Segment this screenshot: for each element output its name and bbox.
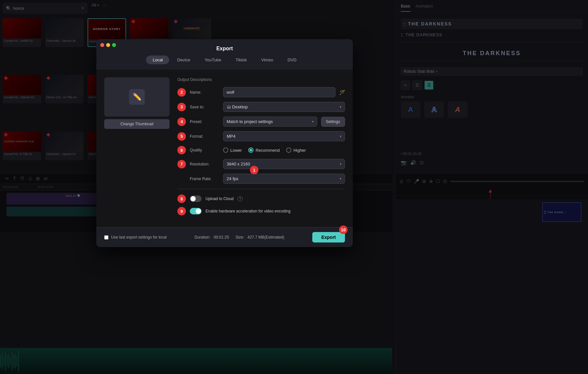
tab-tiktok[interactable]: Tiktok bbox=[229, 55, 253, 64]
upload-cloud-toggle[interactable] bbox=[190, 195, 202, 202]
resolution-dropdown[interactable]: 3840 x 2160 ▾ bbox=[223, 159, 345, 169]
quality-recommend-label: Recommend bbox=[255, 148, 280, 153]
output-section: Output Descriptions 2 Name: 🪄 3 Save to:… bbox=[177, 77, 345, 219]
format-label: Format: bbox=[190, 134, 219, 139]
preset-row: 4 Preset: Match to project settings ▾ Se… bbox=[177, 117, 345, 127]
pencil-icon: ✏️ bbox=[133, 93, 141, 101]
section-title: Output Descriptions bbox=[177, 77, 345, 82]
step-3-badge: 3 bbox=[177, 103, 186, 111]
step-badge-wrapper: 1 bbox=[250, 166, 258, 174]
export-btn-wrapper: 10 Export bbox=[312, 232, 345, 242]
framerate-row: Frame Rate: 24 fps ▾ bbox=[177, 174, 345, 184]
resolution-label: Resolution: bbox=[190, 162, 219, 166]
window-controls bbox=[100, 43, 116, 47]
upload-cloud-row: 8 Upload to Cloud ? bbox=[177, 195, 345, 203]
step-10-badge: 10 bbox=[339, 226, 348, 234]
name-input[interactable] bbox=[223, 87, 335, 97]
export-tabs: Local Device YouTube Tiktok Vimeo DVD bbox=[96, 55, 353, 70]
quality-row: 6 Quality Lower Recommend Higher bbox=[177, 146, 345, 154]
quality-recommend-option[interactable]: Recommend bbox=[248, 148, 280, 153]
help-icon[interactable]: ? bbox=[237, 196, 243, 201]
export-button[interactable]: Export bbox=[312, 232, 345, 242]
size-label: Size: bbox=[236, 235, 244, 240]
step-1-badge: 1 bbox=[250, 166, 258, 174]
modal-body: ✏️ Change Thumbnail 1 Output Description… bbox=[96, 70, 353, 227]
preset-label: Preset: bbox=[190, 119, 219, 124]
save-to-label: Save to: bbox=[190, 105, 219, 109]
resolution-row: 7 Resolution: 3840 x 2160 ▾ bbox=[177, 159, 345, 169]
tab-vimeo[interactable]: Vimeo bbox=[255, 55, 280, 64]
radio-lower bbox=[223, 148, 228, 153]
duration-display: Duration: 00:01:25 bbox=[194, 235, 229, 240]
quality-higher-label: Higher bbox=[293, 148, 306, 153]
quality-higher-option[interactable]: Higher bbox=[286, 148, 306, 153]
save-to-dropdown[interactable]: 🗂 Desktop ▾ bbox=[223, 102, 345, 112]
divider bbox=[177, 189, 345, 189]
thumbnail-box: ✏️ bbox=[104, 77, 170, 117]
name-row: 2 Name: 🪄 bbox=[177, 87, 345, 97]
quality-radio-group: Lower Recommend Higher bbox=[223, 148, 306, 153]
format-dropdown[interactable]: MP4 ▾ bbox=[223, 131, 345, 141]
tab-device[interactable]: Device bbox=[171, 55, 197, 64]
step-8-badge: 8 bbox=[177, 195, 186, 203]
thumbnail-area: ✏️ Change Thumbnail 1 bbox=[104, 77, 170, 219]
name-label: Name: bbox=[190, 90, 219, 95]
framerate-dropdown[interactable]: 24 fps ▾ bbox=[223, 174, 345, 184]
maximize-window-btn[interactable] bbox=[112, 43, 116, 47]
modal-footer: Use last export settings for local Durat… bbox=[96, 227, 353, 247]
radio-recommend bbox=[248, 148, 253, 153]
framerate-label: Frame Rate: bbox=[190, 177, 219, 181]
toggle-knob bbox=[190, 196, 196, 201]
settings-button[interactable]: Settings bbox=[321, 117, 345, 127]
radio-higher bbox=[286, 148, 291, 153]
close-window-btn[interactable] bbox=[100, 43, 104, 47]
chevron-down-icon: ▾ bbox=[340, 134, 341, 138]
step-6-badge: 6 bbox=[177, 146, 186, 154]
tab-youtube[interactable]: YouTube bbox=[198, 55, 228, 64]
chevron-down-icon: ▾ bbox=[312, 120, 314, 123]
step-9-badge: 9 bbox=[177, 207, 186, 215]
tab-dvd[interactable]: DVD bbox=[281, 55, 303, 64]
size-value: 427.7 MB(Estimated) bbox=[248, 235, 285, 240]
tab-local[interactable]: Local bbox=[146, 55, 169, 64]
step-7-badge: 7 bbox=[177, 160, 186, 168]
quality-label: Quality bbox=[190, 148, 219, 152]
hw-accel-row: 9 Enable hardware acceleration for video… bbox=[177, 207, 345, 215]
last-settings-checkbox[interactable]: Use last export settings for local bbox=[104, 235, 167, 240]
hw-accel-label: Enable hardware acceleration for video e… bbox=[205, 209, 290, 213]
minimize-window-btn[interactable] bbox=[106, 43, 110, 47]
step-2-badge: 2 bbox=[177, 88, 186, 97]
save-to-row: 3 Save to: 🗂 Desktop ▾ bbox=[177, 102, 345, 112]
framerate-value: 24 fps bbox=[227, 176, 238, 181]
chevron-down-icon: ▾ bbox=[340, 162, 341, 166]
upload-cloud-label: Upload to Cloud bbox=[205, 196, 234, 201]
last-settings-check[interactable] bbox=[104, 235, 108, 240]
quality-lower-label: Lower bbox=[230, 148, 242, 153]
size-display: Size: 427.7 MB(Estimated) bbox=[236, 235, 284, 240]
preset-value: Match to project settings bbox=[227, 119, 273, 124]
hw-accel-toggle[interactable] bbox=[190, 208, 202, 214]
duration-value: 00:01:25 bbox=[214, 235, 229, 240]
thumbnail-edit-overlay: ✏️ bbox=[129, 89, 145, 105]
preset-dropdown[interactable]: Match to project settings ▾ bbox=[223, 117, 317, 127]
quality-lower-option[interactable]: Lower bbox=[223, 148, 242, 153]
format-value: MP4 bbox=[227, 134, 236, 139]
step-4-badge: 4 bbox=[177, 117, 186, 126]
format-row: 5 Format: MP4 ▾ bbox=[177, 131, 345, 141]
footer-info: Duration: 00:01:25 Size: 427.7 MB(Estima… bbox=[194, 235, 284, 240]
change-thumbnail-button[interactable]: Change Thumbnail bbox=[104, 119, 170, 129]
resolution-value: 3840 x 2160 bbox=[227, 162, 250, 166]
export-modal: Export Local Device YouTube Tiktok Vimeo… bbox=[96, 39, 353, 247]
step-5-badge: 5 bbox=[177, 132, 186, 141]
save-to-value: 🗂 Desktop bbox=[227, 104, 248, 109]
chevron-down-icon: ▾ bbox=[340, 177, 341, 180]
chevron-down-icon: ▾ bbox=[340, 105, 341, 109]
ai-icon[interactable]: 🪄 bbox=[339, 90, 345, 95]
last-settings-label: Use last export settings for local bbox=[111, 235, 167, 240]
duration-label: Duration: bbox=[194, 235, 210, 240]
toggle-knob bbox=[196, 209, 201, 214]
modal-title: Export bbox=[96, 39, 353, 55]
